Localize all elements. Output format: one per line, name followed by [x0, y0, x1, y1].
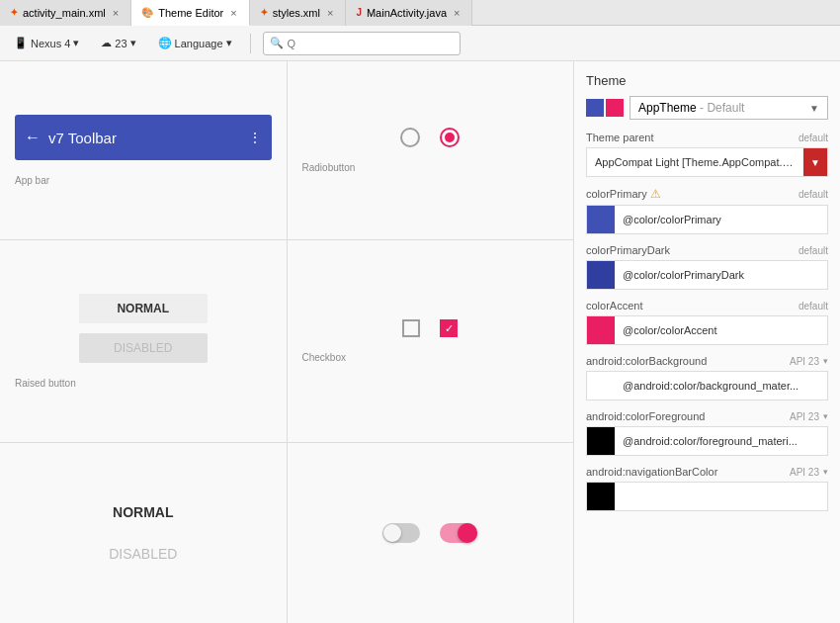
attr-value-row-5[interactable]: [586, 482, 828, 511]
text-button-normal[interactable]: NORMAL: [113, 496, 173, 528]
language-selector[interactable]: 🌐 Language ▾: [152, 34, 238, 52]
attr-tag-1: default: [798, 245, 828, 256]
color-square-pink: [606, 99, 624, 117]
cloud-icon: ☁: [101, 37, 112, 49]
theme-editor-panel: Theme AppTheme - Default ▼ Theme parent …: [573, 61, 840, 623]
theme-selector[interactable]: AppTheme - Default ▼: [586, 96, 828, 120]
xml-icon-2: ✦: [260, 7, 268, 18]
switch-cell: [288, 443, 574, 623]
search-input[interactable]: [288, 38, 454, 49]
appbar-cell: ← v7 Toolbar ⋮ App bar: [0, 61, 287, 239]
close-tab-3[interactable]: ×: [452, 6, 462, 20]
close-tab-2[interactable]: ×: [325, 6, 335, 20]
radio-checked[interactable]: [440, 128, 460, 147]
attr-color-swatch-2[interactable]: [587, 316, 615, 344]
attr-header-1: colorPrimaryDarkdefault: [586, 244, 828, 256]
close-tab-1[interactable]: ×: [228, 6, 238, 20]
attr-name-3: android:colorBackground: [586, 355, 707, 367]
attr-value-text-4: @android:color/foreground_materi...: [615, 435, 827, 447]
theme-name-dropdown[interactable]: AppTheme - Default ▼: [630, 96, 828, 120]
normal-button[interactable]: NORMAL: [79, 294, 208, 323]
attr-section-4: android:colorForegroundAPI 23 ▾@android:…: [586, 410, 828, 456]
text-button-disabled: DISABLED: [109, 538, 177, 570]
chevron-down-icon-lang: ▾: [226, 37, 232, 49]
theme-parent-section: Theme parent default AppCompat Light [Th…: [586, 132, 828, 177]
attr-color-swatch-3[interactable]: [587, 372, 615, 400]
attr-header-0: colorPrimary ⚠default: [586, 187, 828, 201]
attr-value-text-1: @color/colorPrimaryDark: [615, 269, 827, 281]
toggle-off[interactable]: [382, 523, 420, 543]
theme-name: AppTheme - Default: [638, 101, 744, 115]
phone-icon: 📱: [14, 37, 28, 49]
toggle-group: [382, 523, 477, 543]
attr-header-5: android:navigationBarColorAPI 23 ▾: [586, 466, 828, 478]
api-selector[interactable]: ☁ 23 ▾: [95, 34, 141, 52]
main-toolbar: 📱 Nexus 4 ▾ ☁ 23 ▾ 🌐 Language ▾ 🔍: [0, 26, 840, 61]
theme-parent-dropdown[interactable]: ▼: [803, 148, 827, 176]
attr-value-text-0: @color/colorPrimary: [615, 214, 827, 225]
theme-parent-row[interactable]: AppCompat Light [Theme.AppCompat.Li... ▼: [586, 147, 828, 177]
preview-panel: ← v7 Toolbar ⋮ App bar Radiobutton NORMA…: [0, 61, 573, 623]
toggle-on[interactable]: [440, 523, 477, 543]
theme-dropdown-arrow: ▼: [809, 103, 819, 114]
attr-value-row-0[interactable]: @color/colorPrimary: [586, 205, 828, 234]
color-square-blue: [586, 99, 604, 117]
toolbar-separator: [250, 34, 251, 53]
attr-name-2: colorAccent: [586, 300, 642, 312]
theme-icon: 🎨: [141, 7, 153, 18]
tab-styles-xml[interactable]: ✦ styles.xml ×: [250, 0, 347, 26]
attr-tag-0: default: [798, 189, 828, 200]
globe-icon: 🌐: [158, 37, 172, 49]
search-icon: 🔍: [270, 37, 284, 49]
attr-color-swatch-0[interactable]: [587, 206, 615, 233]
attr-color-swatch-5[interactable]: [587, 483, 615, 510]
device-selector[interactable]: 📱 Nexus 4 ▾: [8, 34, 85, 52]
radio-unchecked[interactable]: [400, 128, 420, 147]
menu-icon: ⋮: [248, 130, 262, 145]
attr-tag-5: API 23 ▾: [790, 467, 828, 478]
attr-value-row-2[interactable]: @color/colorAccent: [586, 315, 828, 345]
attr-tag-3: API 23 ▾: [790, 356, 828, 367]
xml-icon: ✦: [10, 7, 18, 18]
attr-name-5: android:navigationBarColor: [586, 466, 717, 478]
app-bar-preview: ← v7 Toolbar ⋮: [15, 115, 272, 160]
preview-grid: ← v7 Toolbar ⋮ App bar Radiobutton NORMA…: [0, 61, 573, 623]
theme-parent-tag: default: [798, 133, 828, 143]
attr-color-swatch-4[interactable]: [587, 427, 615, 455]
checkbox-checked[interactable]: ✓: [440, 319, 458, 337]
radio-group: [400, 128, 460, 147]
attr-value-row-4[interactable]: @android:color/foreground_materi...: [586, 426, 828, 456]
disabled-button: DISABLED: [79, 333, 208, 363]
radiobutton-cell: Radiobutton: [288, 61, 574, 239]
java-icon: J: [356, 7, 362, 18]
theme-color-squares: [586, 99, 624, 117]
theme-parent-value: AppCompat Light [Theme.AppCompat.Li...: [587, 156, 803, 168]
attr-section-0: colorPrimary ⚠default@color/colorPrimary: [586, 187, 828, 234]
attr-section-2: colorAccentdefault@color/colorAccent: [586, 300, 828, 345]
checkbox-unchecked[interactable]: [402, 319, 420, 337]
tab-theme-editor[interactable]: 🎨 Theme Editor ×: [131, 0, 249, 26]
attr-color-swatch-1[interactable]: [587, 261, 615, 289]
attr-tag-4: API 23 ▾: [790, 411, 828, 422]
attr-section-3: android:colorBackgroundAPI 23 ▾@android:…: [586, 355, 828, 400]
attr-header-2: colorAccentdefault: [586, 300, 828, 312]
close-tab-0[interactable]: ×: [111, 6, 121, 20]
attr-tag-2: default: [798, 301, 828, 312]
tab-activity-xml[interactable]: ✦ activity_main.xml ×: [0, 0, 131, 26]
content-area: ← v7 Toolbar ⋮ App bar Radiobutton NORMA…: [0, 61, 840, 623]
warning-icon: ⚠: [647, 187, 661, 201]
checkbox-label: Checkbox: [302, 352, 346, 363]
raised-button-label: Raised button: [15, 378, 76, 389]
tab-main-activity[interactable]: J MainActivity.java ×: [346, 0, 472, 26]
raised-button-cell: NORMAL DISABLED Raised button: [0, 240, 287, 442]
text-button-cell: NORMAL DISABLED: [0, 443, 287, 623]
attr-value-row-1[interactable]: @color/colorPrimaryDark: [586, 260, 828, 290]
attr-value-row-3[interactable]: @android:color/background_mater...: [586, 371, 828, 400]
tab-bar: ✦ activity_main.xml × 🎨 Theme Editor × ✦…: [0, 0, 840, 26]
search-box[interactable]: 🔍: [263, 32, 461, 55]
attr-section-5: android:navigationBarColorAPI 23 ▾: [586, 466, 828, 511]
attr-value-text-2: @color/colorAccent: [615, 324, 827, 336]
attr-name-1: colorPrimaryDark: [586, 244, 670, 256]
appbar-label: App bar: [15, 175, 49, 186]
theme-parent-label: Theme parent: [586, 132, 653, 143]
